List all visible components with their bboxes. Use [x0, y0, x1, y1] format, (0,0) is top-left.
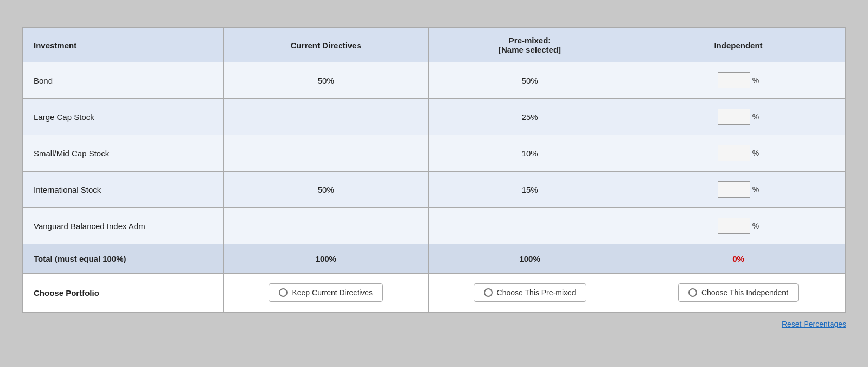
independent-international-stock-cell: % [631, 172, 846, 208]
investment-name-small-mid-cap: Small/Mid Cap Stock [23, 135, 224, 172]
pct-label-small-mid-cap: % [752, 149, 759, 157]
choose-premixed-label: Choose This Pre-mixed [497, 288, 576, 297]
col-current-directives: Current Directives [224, 28, 429, 62]
current-directives-small-mid-cap [224, 135, 429, 172]
col-investment: Investment [23, 28, 224, 62]
premixed-label-line1: Pre-mixed: [509, 36, 551, 45]
choose-portfolio-label: Choose Portfolio [23, 274, 224, 312]
investment-table-container: Investment Current Directives Pre-mixed:… [22, 27, 846, 313]
total-label: Total (must equal 100%) [23, 244, 224, 274]
current-directives-large-cap [224, 99, 429, 135]
current-directives-bond: 50% [224, 62, 429, 99]
independent-input-large-cap[interactable] [718, 109, 750, 125]
investment-table: Investment Current Directives Pre-mixed:… [22, 28, 846, 312]
total-independent-value: 0% [732, 254, 744, 263]
investment-name-international-stock: International Stock [23, 172, 224, 208]
choose-premixed-radio-circle [484, 288, 493, 297]
reset-percentages-link[interactable]: Reset Percentages [782, 320, 846, 328]
pct-label-international-stock: % [752, 185, 759, 194]
row-small-mid-cap-stock: Small/Mid Cap Stock 10% % [23, 135, 846, 172]
row-large-cap-stock: Large Cap Stock 25% % [23, 99, 846, 135]
row-vanguard-balanced: Vanguard Balanced Index Adm % [23, 208, 846, 244]
investment-name-vanguard: Vanguard Balanced Index Adm [23, 208, 224, 244]
keep-current-directives-button[interactable]: Keep Current Directives [269, 283, 383, 302]
pct-label-vanguard: % [752, 222, 759, 230]
keep-current-radio-circle [279, 288, 288, 297]
premixed-bond: 50% [429, 62, 631, 99]
pct-label-bond: % [752, 76, 759, 85]
row-choose-portfolio: Choose Portfolio Keep Current Directives… [23, 274, 846, 312]
row-total: Total (must equal 100%) 100% 100% 0% [23, 244, 846, 274]
reset-link-container: Reset Percentages [22, 319, 846, 329]
independent-large-cap-cell: % [631, 99, 846, 135]
premixed-small-mid-cap: 10% [429, 135, 631, 172]
pct-label-large-cap: % [752, 112, 759, 121]
premixed-large-cap: 25% [429, 99, 631, 135]
investment-name-large-cap: Large Cap Stock [23, 99, 224, 135]
col-premixed: Pre-mixed: [Name selected] [429, 28, 631, 62]
premixed-international-stock: 15% [429, 172, 631, 208]
choose-independent-cell: Choose This Independent [631, 274, 846, 312]
choose-premixed-cell: Choose This Pre-mixed [429, 274, 631, 312]
independent-bond-cell: % [631, 62, 846, 99]
total-premixed: 100% [429, 244, 631, 274]
page-wrapper: Investment Current Directives Pre-mixed:… [16, 16, 852, 351]
choose-independent-radio-circle [688, 288, 697, 297]
investment-name-bond: Bond [23, 62, 224, 99]
current-directives-vanguard [224, 208, 429, 244]
total-current-directives: 100% [224, 244, 429, 274]
col-independent: Independent [631, 28, 846, 62]
independent-vanguard-cell: % [631, 208, 846, 244]
independent-input-vanguard[interactable] [718, 218, 750, 234]
total-independent-cell: 0% [631, 244, 846, 274]
choose-current-directives-cell: Keep Current Directives [224, 274, 429, 312]
independent-input-small-mid-cap[interactable] [718, 145, 750, 161]
choose-premixed-button[interactable]: Choose This Pre-mixed [474, 283, 586, 302]
independent-input-international-stock[interactable] [718, 181, 750, 198]
row-international-stock: International Stock 50% 15% % [23, 172, 846, 208]
premixed-label-line2: [Name selected] [499, 45, 561, 54]
independent-small-mid-cap-cell: % [631, 135, 846, 172]
independent-input-bond[interactable] [718, 72, 750, 88]
keep-current-label: Keep Current Directives [292, 288, 373, 297]
choose-independent-button[interactable]: Choose This Independent [678, 283, 799, 302]
row-bond: Bond 50% 50% % [23, 62, 846, 99]
current-directives-international-stock: 50% [224, 172, 429, 208]
choose-independent-label: Choose This Independent [701, 288, 788, 297]
premixed-vanguard [429, 208, 631, 244]
